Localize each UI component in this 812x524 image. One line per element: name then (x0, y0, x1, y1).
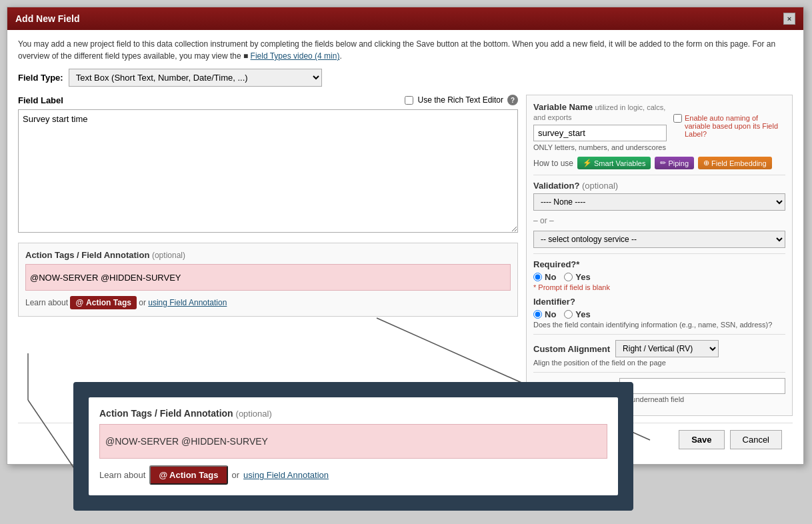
identifier-row: Identifier? No Yes Does the field contai… (533, 297, 785, 329)
how-to-use-row: How to use ⚡ Smart Variables ✏ Piping ⊕ … (533, 157, 785, 169)
left-panel: Field Label Use the Rich Text Editor ? S… (18, 95, 518, 416)
rich-text-checkbox[interactable] (405, 96, 413, 105)
action-tags-popup: Action Tags / Field Annotation (optional… (73, 382, 633, 511)
action-tags-button[interactable]: Action Tags (70, 296, 136, 309)
auto-naming-checkbox[interactable] (673, 114, 682, 123)
identifier-label: Identifier? (533, 297, 575, 307)
at-icon: @ (159, 470, 167, 480)
close-button[interactable]: × (783, 13, 795, 25)
dialog-titlebar: Add New Field × (7, 7, 803, 30)
field-annotation-link[interactable]: using Field Annotation (148, 298, 227, 307)
only-letters-hint: ONLY letters, numbers, and underscores (533, 143, 667, 151)
rich-text-checkbox-area: Use the Rich Text Editor ? (405, 95, 518, 105)
field-label-header: Field Label Use the Rich Text Editor ? (18, 95, 518, 105)
action-tags-section-title: Action Tags / Field Annotation (optional… (25, 250, 511, 260)
auto-naming-area: Enable auto naming of variable based upo… (673, 114, 785, 138)
action-tags-learn: Learn about Action Tags or using Field A… (25, 296, 511, 309)
action-tags-input[interactable] (25, 264, 511, 291)
required-no-label[interactable]: No (533, 272, 556, 282)
dialog-title: Add New Field (15, 13, 79, 24)
popup-field-annotation-link[interactable]: using Field Annotation (243, 470, 329, 480)
field-embedding-button[interactable]: ⊕ Field Embedding (698, 157, 772, 169)
custom-alignment-row: Custom Alignment Right / Vertical (RV) L… (533, 340, 785, 367)
field-note-input[interactable] (619, 378, 785, 394)
smart-variables-button[interactable]: ⚡ Smart Variables (577, 157, 651, 169)
identifier-yes-radio[interactable] (564, 310, 573, 319)
variable-name-title: Variable Name utilized in logic, calcs, … (533, 102, 667, 122)
field-type-row: Field Type: Text Box (Short Text, Number… (18, 69, 793, 87)
field-type-label: Field Type: (18, 73, 63, 83)
field-type-select[interactable]: Text Box (Short Text, Number, Date/Time,… (69, 69, 322, 87)
required-no-radio[interactable] (533, 273, 542, 281)
required-yes-radio[interactable] (564, 273, 573, 281)
custom-alignment-label: Custom Alignment (533, 344, 610, 354)
pencil-icon: ✏ (660, 159, 666, 167)
popup-title: Action Tags / Field Annotation (optional… (99, 408, 607, 419)
right-panel: Variable Name utilized in logic, calcs, … (526, 95, 793, 416)
cancel-button[interactable]: Cancel (730, 430, 782, 449)
ontology-row: -- select ontology service -- (533, 228, 785, 248)
alignment-select[interactable]: Right / Vertical (RV) Left / Vertical (L… (615, 340, 719, 357)
popup-learn-row: Learn about @ Action Tags or using Field… (99, 465, 607, 485)
piping-button[interactable]: ✏ Piping (655, 157, 694, 169)
required-note: * Prompt if field is blank (533, 283, 785, 291)
auto-naming-label: Enable auto naming of variable based upo… (685, 114, 785, 138)
alignment-note: Align the position of the field on the p… (533, 359, 785, 367)
validation-row: Validation? (optional) ---- None ---- Da… (533, 181, 785, 211)
plus-icon: ⊕ (703, 159, 709, 167)
ontology-select[interactable]: -- select ontology service -- (533, 231, 785, 248)
rich-text-label: Use the Rich Text Editor (417, 95, 503, 105)
field-label-title: Field Label (18, 95, 63, 105)
variable-name-input[interactable] (533, 125, 667, 141)
required-yes-label[interactable]: Yes (564, 272, 590, 282)
lightning-icon: ⚡ (583, 159, 592, 167)
popup-action-tags-input[interactable] (99, 424, 607, 459)
main-content: Field Label Use the Rich Text Editor ? S… (18, 95, 793, 416)
validation-select[interactable]: ---- None ---- Date (D-M-Y) Date (M-D-Y)… (533, 193, 785, 211)
save-button[interactable]: Save (679, 430, 724, 449)
identifier-no-radio[interactable] (533, 310, 542, 319)
required-radio-group: No Yes (533, 272, 785, 282)
field-types-video-link[interactable]: Field Types video (4 min) (251, 51, 340, 61)
identifier-no-label[interactable]: No (533, 309, 556, 319)
popup-action-tags-button[interactable]: @ Action Tags (149, 465, 227, 485)
identifier-radio-group: No Yes (533, 309, 785, 319)
identifier-note: Does the field contain identifying infor… (533, 321, 785, 329)
or-text: – or – (533, 216, 785, 225)
action-tags-section: Action Tags / Field Annotation (optional… (18, 243, 518, 317)
validation-label: Validation? (optional) (533, 181, 618, 191)
popup-inner: Action Tags / Field Annotation (optional… (89, 397, 618, 495)
variable-name-section: Variable Name utilized in logic, calcs, … (533, 102, 785, 151)
required-label: Required?* (533, 259, 579, 269)
field-label-textarea[interactable]: Survey start time (18, 109, 518, 233)
identifier-yes-label[interactable]: Yes (564, 309, 590, 319)
info-text: You may add a new project field to this … (18, 38, 793, 62)
required-row: Required?* No Yes * Prompt if field is b… (533, 259, 785, 291)
help-icon[interactable]: ? (507, 95, 518, 105)
custom-alignment-area: Custom Alignment Right / Vertical (RV) L… (533, 340, 785, 357)
